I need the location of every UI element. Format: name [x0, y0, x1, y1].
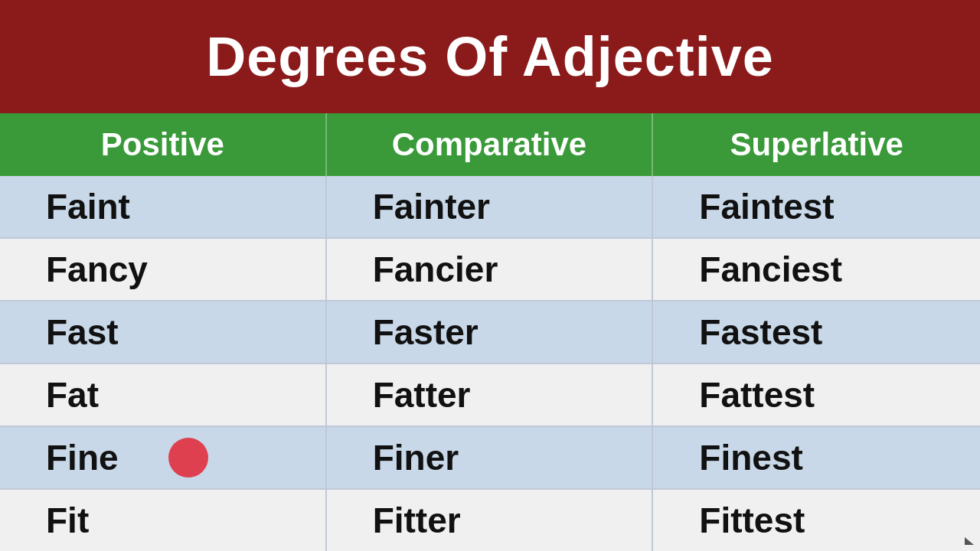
cursor-indicator	[168, 438, 208, 478]
table-row: Fancy Fancier Fanciest	[0, 239, 980, 302]
table-row: Fat Fatter Fattest	[0, 364, 980, 427]
table-row: Fit Fitter Fittest	[0, 490, 980, 551]
table-body: Faint Fainter Faintest Fancy Fancier Fan…	[0, 176, 980, 551]
cell-positive-4: Fine	[0, 427, 327, 488]
title-bar: Degrees Of Adjective	[0, 0, 980, 113]
table-row: Faint Fainter Faintest	[0, 176, 980, 239]
table-header: Positive Comparative Superlative	[0, 113, 980, 176]
cell-positive-0: Faint	[0, 176, 327, 237]
cell-positive-5: Fit	[0, 490, 327, 551]
cell-comparative-4: Finer	[327, 427, 654, 488]
cell-comparative-0: Fainter	[327, 176, 654, 237]
page-wrapper: Degrees Of Adjective Positive Comparativ…	[0, 0, 980, 551]
page-title: Degrees Of Adjective	[206, 25, 774, 88]
cell-comparative-3: Fatter	[327, 364, 654, 425]
cell-comparative-1: Fancier	[327, 239, 654, 300]
cell-superlative-3: Fattest	[653, 364, 980, 425]
table-row: Fine Finer Finest	[0, 427, 980, 490]
cell-superlative-0: Faintest	[653, 176, 980, 237]
cell-positive-3: Fat	[0, 364, 327, 425]
cell-comparative-2: Faster	[327, 302, 654, 363]
header-superlative: Superlative	[653, 113, 980, 176]
header-comparative: Comparative	[327, 113, 654, 176]
cell-superlative-2: Fastest	[653, 302, 980, 363]
cell-superlative-5: Fittest	[653, 490, 980, 551]
degrees-table: Positive Comparative Superlative Faint F…	[0, 113, 980, 551]
cell-comparative-5: Fitter	[327, 490, 654, 551]
cell-positive-2: Fast	[0, 302, 327, 363]
header-positive: Positive	[0, 113, 327, 176]
table-row: Fast Faster Fastest	[0, 302, 980, 364]
cell-superlative-1: Fanciest	[653, 239, 980, 300]
resize-icon	[965, 537, 974, 545]
cell-positive-1: Fancy	[0, 239, 327, 300]
cell-superlative-4: Finest	[653, 427, 980, 488]
